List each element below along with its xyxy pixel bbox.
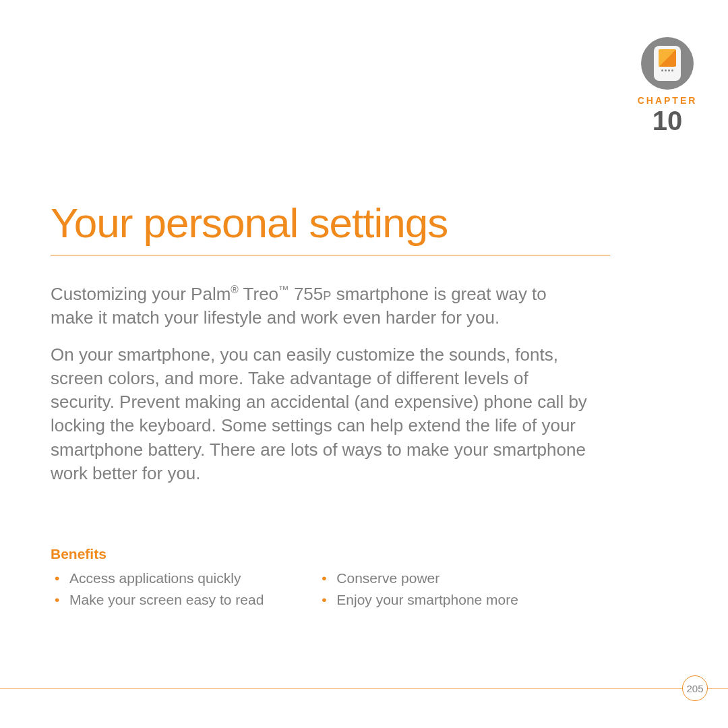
intro-paragraph-1: Customizing your Palm® Treo™ 755P smartp… (51, 282, 590, 330)
device-body-icon (654, 46, 681, 81)
benefits-column-2: Conserve power Enjoy your smartphone mor… (317, 570, 518, 613)
chapter-number: 10 (634, 107, 701, 134)
page-number: 205 (682, 675, 708, 701)
trademark-mark: ™ (278, 284, 289, 295)
device-keypad-icon (654, 69, 681, 71)
intro-paragraph-2: On your smartphone, you can easily custo… (51, 343, 590, 485)
benefits-columns: Access applications quickly Make your sc… (51, 570, 701, 613)
model-suffix: P (323, 289, 331, 303)
list-item: Access applications quickly (51, 570, 264, 586)
page-container: CHAPTER 10 Your personal settings Custom… (0, 0, 728, 728)
list-item: Enjoy your smartphone more (317, 592, 518, 608)
chapter-label: CHAPTER (634, 95, 701, 106)
intro-text: Customizing your Palm® Treo™ 755P smartp… (51, 282, 590, 485)
benefits-column-1: Access applications quickly Make your sc… (51, 570, 264, 613)
benefits-heading: Benefits (51, 546, 701, 562)
device-screen-icon (659, 49, 676, 67)
page-title: Your personal settings (51, 199, 610, 255)
intro-text-fragment: Treo (239, 284, 278, 304)
registered-mark: ® (231, 284, 239, 295)
footer-divider (0, 688, 728, 689)
chapter-block: CHAPTER 10 (634, 37, 701, 134)
list-item: Conserve power (317, 570, 518, 586)
intro-text-fragment: Customizing your Palm (51, 284, 231, 304)
intro-text-fragment: 755 (289, 284, 324, 304)
list-item: Make your screen easy to read (51, 592, 264, 608)
chapter-device-icon (641, 37, 694, 90)
